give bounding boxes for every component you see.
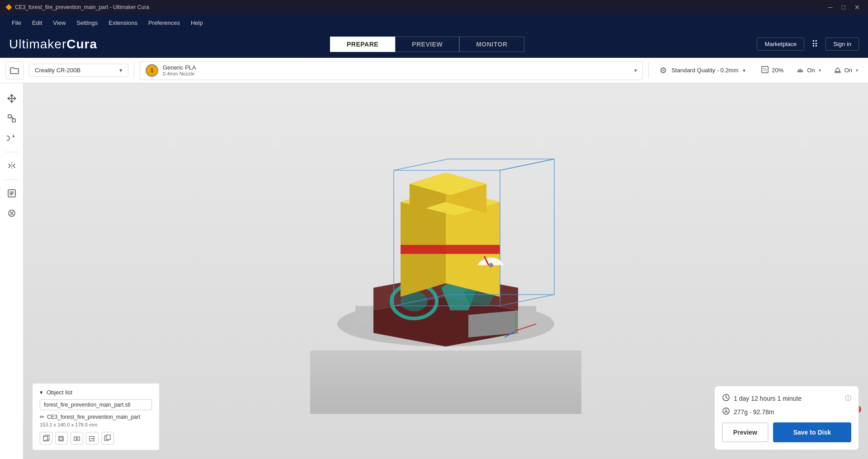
canvas-area: ▾ Object list forest_fire_prevention_mai… <box>24 83 868 459</box>
logo-ultimaker: Ultimaker <box>9 37 66 52</box>
menu-file[interactable]: File <box>7 18 26 28</box>
support-label: On <box>807 67 815 74</box>
adhesion-icon <box>834 66 842 75</box>
print-time-icon <box>722 393 730 403</box>
svg-marker-17 <box>401 245 500 254</box>
material-name: Generic PLA <box>163 64 196 71</box>
object-list-title: Object list <box>47 389 72 396</box>
left-toolbar <box>0 83 24 459</box>
separator-1 <box>134 62 134 79</box>
menu-preferences[interactable]: Preferences <box>144 18 184 28</box>
support-icon <box>796 66 804 75</box>
edit-icon: ✏ <box>40 414 44 420</box>
marketplace-button[interactable]: Marketplace <box>757 37 804 51</box>
object-list-header[interactable]: ▾ Object list <box>40 389 152 396</box>
tab-monitor[interactable]: MONITOR <box>459 37 524 52</box>
material-sub: 0.4mm Nozzle <box>163 71 196 76</box>
obj-action-cube-hollow[interactable] <box>55 432 68 445</box>
svg-line-25 <box>500 159 554 170</box>
move-tool[interactable] <box>4 90 20 107</box>
print-weight-row: 277g · 92.78m <box>722 407 851 417</box>
header-right: Marketplace ⠿ Sign in <box>757 37 859 51</box>
mirror-tool[interactable] <box>4 158 20 174</box>
object-actions <box>40 432 152 445</box>
titlebar: 🔶 CE3_forest_fire_prevention_main_part -… <box>0 0 868 14</box>
obj-action-cube-copy[interactable] <box>101 432 114 445</box>
svg-rect-2 <box>12 119 15 122</box>
support-setting[interactable]: On ▾ <box>792 63 825 78</box>
adhesion-setting[interactable]: On ▾ <box>829 63 863 78</box>
quality-label: Standard Quality - 0.2mm <box>671 67 738 74</box>
minimize-btn[interactable]: ─ <box>826 4 835 11</box>
window-title: CE3_forest_fire_prevention_main_part - U… <box>15 4 149 10</box>
open-folder-button[interactable] <box>5 61 24 80</box>
infill-icon <box>761 66 769 75</box>
3d-model <box>328 157 563 365</box>
logo: Ultimaker Cura <box>9 37 97 52</box>
tool-divider-1 <box>5 152 19 152</box>
object-list-chevron: ▾ <box>40 389 43 396</box>
svg-rect-39 <box>60 437 62 440</box>
logo-cura: Cura <box>66 37 97 52</box>
svg-rect-41 <box>77 437 80 440</box>
infill-pct: 20% <box>772 67 783 74</box>
right-settings: 20% On ▾ On ▾ <box>756 63 863 78</box>
main-area: ▾ Object list forest_fire_prevention_mai… <box>0 83 868 459</box>
maximize-btn[interactable]: □ <box>839 4 848 11</box>
save-to-disk-button[interactable]: Save to Disk <box>773 422 851 442</box>
support-blocker-tool[interactable] <box>4 205 20 221</box>
obj-action-cube-minus[interactable] <box>86 432 99 445</box>
infill-setting[interactable]: 20% <box>756 63 788 78</box>
print-time-label: 1 day 12 hours 1 minute <box>734 395 802 402</box>
quality-settings-icon: ⚙ <box>660 66 667 75</box>
printer-selector[interactable]: Creality CR-200B ▾ <box>29 64 128 77</box>
print-buttons: Preview Save to Disk <box>722 422 851 442</box>
adhesion-expand-arrow: ▾ <box>856 68 858 73</box>
object-filename: forest_fire_prevention_main_part.stl <box>40 399 152 410</box>
toolbar-row: Creality CR-200B ▾ 1 Generic PLA 0.4mm N… <box>0 58 868 83</box>
print-time-row: 1 day 12 hours 1 minute ⓘ <box>722 393 851 403</box>
menu-edit[interactable]: Edit <box>28 18 47 28</box>
menu-extensions[interactable]: Extensions <box>104 18 142 28</box>
adhesion-label: On <box>844 67 852 74</box>
svg-rect-40 <box>74 437 76 440</box>
svg-line-22 <box>394 159 448 170</box>
svg-rect-45 <box>106 435 110 440</box>
print-info-panel: 1 day 12 hours 1 minute ⓘ 277g · 92.78m … <box>714 386 859 450</box>
close-btn[interactable]: ✕ <box>852 4 863 11</box>
signin-button[interactable]: Sign in <box>826 37 859 51</box>
menu-help[interactable]: Help <box>186 18 208 28</box>
material-badge: 1 <box>146 64 158 77</box>
object-edit-row: ✏ CE3_forest_fire_prevention_main_part <box>40 414 152 420</box>
tab-preview[interactable]: PREVIEW <box>395 37 459 52</box>
info-icon-button[interactable]: ⓘ <box>845 394 851 403</box>
app-header: Ultimaker Cura PREPARE PREVIEW MONITOR M… <box>0 31 868 58</box>
material-info: Generic PLA 0.4mm Nozzle <box>163 64 196 76</box>
object-list-panel: ▾ Object list forest_fire_prevention_mai… <box>33 384 159 450</box>
scale-tool[interactable] <box>4 110 20 126</box>
settings-separator <box>648 62 649 79</box>
menu-settings[interactable]: Settings <box>72 18 102 28</box>
obj-action-cube[interactable] <box>40 432 52 445</box>
tool-divider-2 <box>5 179 19 180</box>
obj-action-cube-split[interactable] <box>71 432 83 445</box>
titlebar-title: 🔶 CE3_forest_fire_prevention_main_part -… <box>5 4 149 10</box>
preview-button[interactable]: Preview <box>722 422 769 442</box>
svg-point-31 <box>489 263 493 267</box>
menubar: File Edit View Settings Extensions Prefe… <box>0 14 868 31</box>
apps-grid-icon[interactable]: ⠿ <box>811 39 818 50</box>
printer-name: Creality CR-200B <box>35 67 80 74</box>
print-weight-icon <box>722 407 730 417</box>
viewport[interactable]: ▾ Object list forest_fire_prevention_mai… <box>24 83 868 459</box>
menu-view[interactable]: View <box>48 18 70 28</box>
material-dropdown-arrow: ▾ <box>634 67 637 74</box>
printer-dropdown-arrow: ▾ <box>119 67 123 74</box>
tab-prepare[interactable]: PREPARE <box>330 37 395 52</box>
quality-selector[interactable]: ⚙ Standard Quality - 0.2mm ▾ <box>654 66 751 75</box>
material-selector[interactable]: 1 Generic PLA 0.4mm Nozzle ▾ <box>140 61 643 80</box>
per-model-settings-tool[interactable] <box>4 185 20 201</box>
object-dimensions: 153.1 x 140.0 x 178.0 mm <box>40 422 152 427</box>
titlebar-controls: ─ □ ✕ <box>826 4 863 11</box>
rotate-tool[interactable] <box>4 130 20 146</box>
app-icon: 🔶 <box>5 4 12 10</box>
